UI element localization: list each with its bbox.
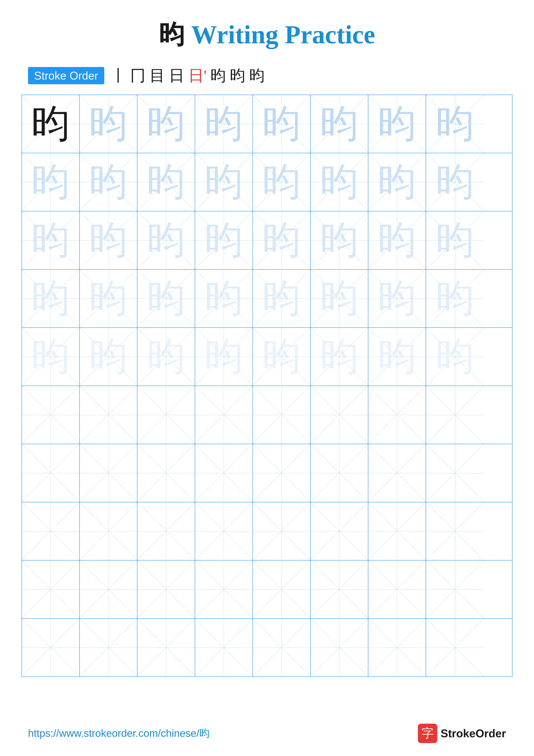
svg-line-139 bbox=[311, 560, 368, 618]
svg-line-153 bbox=[253, 619, 310, 676]
grid-cell[interactable]: 昀 bbox=[369, 328, 426, 386]
grid-cell[interactable]: 昀 bbox=[253, 328, 311, 386]
grid-cell[interactable]: 昀 bbox=[426, 211, 484, 269]
grid-cell[interactable]: 昀 bbox=[311, 95, 369, 153]
grid-cell-empty[interactable] bbox=[22, 444, 80, 502]
grid-cell-empty[interactable] bbox=[138, 619, 195, 676]
grid-cell-empty[interactable] bbox=[311, 386, 369, 444]
grid-cell[interactable]: 昀 bbox=[311, 153, 369, 211]
grid-cell[interactable]: 昀 bbox=[311, 270, 369, 327]
grid-cell[interactable]: 昀 bbox=[195, 328, 253, 386]
grid-cell-empty[interactable] bbox=[369, 502, 426, 560]
grid-cell[interactable]: 昀 bbox=[253, 95, 311, 153]
char-cell: 昀 bbox=[262, 337, 301, 376]
grid-cell[interactable]: 昀 bbox=[80, 270, 138, 327]
char-cell: 昀 bbox=[147, 221, 186, 260]
grid-cell-empty[interactable] bbox=[311, 502, 369, 560]
grid-cell[interactable]: 昀 bbox=[80, 95, 138, 153]
grid-cell[interactable]: 昀 bbox=[138, 328, 195, 386]
svg-line-84 bbox=[138, 386, 195, 443]
svg-line-159 bbox=[426, 619, 484, 676]
grid-cell-empty[interactable] bbox=[253, 560, 311, 618]
grid-cell-empty[interactable] bbox=[22, 560, 80, 618]
grid-cell-empty[interactable] bbox=[195, 560, 253, 618]
grid-cell-empty[interactable] bbox=[80, 619, 138, 676]
svg-line-88 bbox=[253, 386, 310, 443]
grid-cell[interactable]: 昀 bbox=[426, 153, 484, 211]
grid-cell-empty[interactable] bbox=[426, 502, 484, 560]
grid-cell-empty[interactable] bbox=[311, 444, 369, 502]
grid-cell-empty[interactable] bbox=[80, 560, 138, 618]
grid-cell-empty[interactable] bbox=[22, 386, 80, 444]
grid-cell-empty[interactable] bbox=[311, 560, 369, 618]
grid-cell[interactable]: 昀 bbox=[253, 211, 311, 269]
grid-cell[interactable]: 昀 bbox=[22, 211, 80, 269]
svg-line-147 bbox=[80, 619, 137, 676]
grid-cell[interactable]: 昀 bbox=[369, 95, 426, 153]
grid-cell-empty[interactable] bbox=[22, 619, 80, 676]
grid-cell-empty[interactable] bbox=[311, 619, 369, 676]
grid-cell-empty[interactable] bbox=[253, 619, 311, 676]
grid-cell[interactable]: 昀 bbox=[138, 95, 195, 153]
grid-cell[interactable]: 昀 bbox=[22, 328, 80, 386]
grid-cell[interactable]: 昀 bbox=[138, 153, 195, 211]
grid-cell-empty[interactable] bbox=[138, 386, 195, 444]
grid-cell[interactable]: 昀 bbox=[253, 153, 311, 211]
grid-cell-empty[interactable] bbox=[369, 560, 426, 618]
grid-cell-empty[interactable] bbox=[138, 560, 195, 618]
stroke-6: 昀 bbox=[211, 65, 226, 86]
grid-cell[interactable]: 昀 bbox=[369, 153, 426, 211]
grid-cell-empty[interactable] bbox=[138, 502, 195, 560]
grid-cell[interactable]: 昀 bbox=[369, 211, 426, 269]
grid-cell-empty[interactable] bbox=[426, 560, 484, 618]
svg-line-114 bbox=[80, 502, 137, 560]
grid-cell-empty[interactable] bbox=[369, 619, 426, 676]
grid-cell-empty[interactable] bbox=[426, 619, 484, 676]
grid-cell[interactable]: 昀 bbox=[138, 211, 195, 269]
grid-cell[interactable]: 昀 bbox=[138, 270, 195, 327]
char-cell: 昀 bbox=[89, 163, 128, 202]
grid-cell[interactable]: 昀 bbox=[369, 270, 426, 327]
grid-cell[interactable]: 昀 bbox=[22, 270, 80, 327]
grid-cell[interactable]: 昀 bbox=[426, 95, 484, 153]
char-cell: 昀 bbox=[147, 279, 186, 318]
grid-cell[interactable]: 昀 bbox=[80, 328, 138, 386]
grid-cell[interactable]: 昀 bbox=[22, 95, 80, 153]
grid-cell[interactable]: 昀 bbox=[311, 328, 369, 386]
grid-cell-empty[interactable] bbox=[195, 386, 253, 444]
grid-cell-empty[interactable] bbox=[138, 444, 195, 502]
grid-cell-empty[interactable] bbox=[426, 444, 484, 502]
grid-cell-empty[interactable] bbox=[253, 386, 311, 444]
grid-cell[interactable]: 昀 bbox=[195, 95, 253, 153]
page-title: 昀 Writing Practice bbox=[0, 0, 534, 65]
grid-cell-empty[interactable] bbox=[426, 386, 484, 444]
grid-cell[interactable]: 昀 bbox=[22, 153, 80, 211]
svg-line-137 bbox=[253, 560, 310, 618]
grid-cell[interactable]: 昀 bbox=[426, 328, 484, 386]
grid-cell-empty[interactable] bbox=[195, 619, 253, 676]
grid-cell-empty[interactable] bbox=[369, 386, 426, 444]
grid-cell-empty[interactable] bbox=[195, 502, 253, 560]
stroke-4: 日 bbox=[169, 65, 184, 86]
grid-cell-empty[interactable] bbox=[80, 386, 138, 444]
svg-line-81 bbox=[22, 386, 79, 443]
grid-cell[interactable]: 昀 bbox=[195, 153, 253, 211]
svg-line-152 bbox=[253, 619, 310, 676]
grid-cell-empty[interactable] bbox=[253, 502, 311, 560]
grid-cell-empty[interactable] bbox=[80, 502, 138, 560]
svg-line-122 bbox=[311, 502, 368, 560]
grid-cell[interactable]: 昀 bbox=[80, 153, 138, 211]
grid-cell[interactable]: 昀 bbox=[426, 270, 484, 327]
grid-cell-empty[interactable] bbox=[253, 444, 311, 502]
title-char: 昀 bbox=[159, 20, 191, 49]
grid-cell-empty[interactable] bbox=[195, 444, 253, 502]
grid-cell-empty[interactable] bbox=[22, 502, 80, 560]
grid-cell-empty[interactable] bbox=[369, 444, 426, 502]
grid-cell[interactable]: 昀 bbox=[195, 270, 253, 327]
grid-cell[interactable]: 昀 bbox=[80, 211, 138, 269]
grid-cell[interactable]: 昀 bbox=[311, 211, 369, 269]
footer-url[interactable]: https://www.strokeorder.com/chinese/昀 bbox=[28, 726, 210, 740]
grid-cell[interactable]: 昀 bbox=[195, 211, 253, 269]
grid-cell-empty[interactable] bbox=[80, 444, 138, 502]
grid-cell[interactable]: 昀 bbox=[253, 270, 311, 327]
